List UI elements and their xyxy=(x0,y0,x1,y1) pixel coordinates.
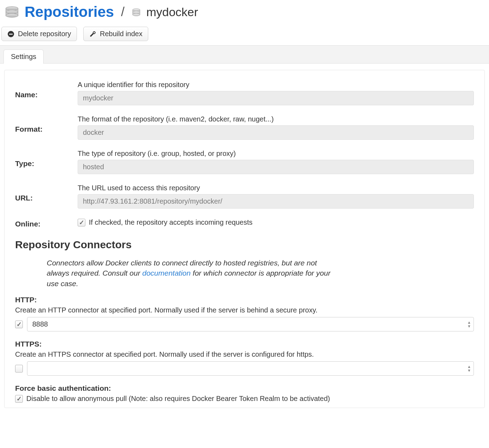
http-checkbox[interactable] xyxy=(15,321,23,328)
http-label: HTTP: xyxy=(15,296,474,304)
spinner-icon[interactable]: ▲▼ xyxy=(467,321,471,328)
field-help: The format of the repository (i.e. maven… xyxy=(78,115,474,123)
tabbar: Settings xyxy=(0,46,489,64)
field-help: The URL used to access this repository xyxy=(78,184,474,192)
format-input: docker xyxy=(78,125,474,140)
toolbar: Delete repository Rebuild index xyxy=(0,27,489,46)
force-basic-help: Disable to allow anonymous pull (Note: a… xyxy=(26,395,330,403)
minus-circle-icon xyxy=(7,31,14,38)
database-icon xyxy=(4,4,20,20)
field-help: The type of repository (i.e. group, host… xyxy=(78,150,474,158)
https-help: Create an HTTPS connector at specified p… xyxy=(15,350,474,358)
https-checkbox[interactable] xyxy=(15,365,23,373)
field-url: URL: The URL used to access this reposit… xyxy=(15,184,474,209)
section-title-connectors: Repository Connectors xyxy=(15,239,474,251)
field-label: Name: xyxy=(15,81,78,105)
breadcrumb: Repositories / mydocker xyxy=(0,0,489,27)
field-type: Type: The type of repository (i.e. group… xyxy=(15,150,474,174)
https-port-field[interactable] xyxy=(27,361,474,376)
field-online: Online: If checked, the repository accep… xyxy=(15,218,474,228)
http-port-field[interactable] xyxy=(27,317,474,331)
settings-panel: Name: A unique identifier for this repos… xyxy=(4,70,485,408)
delete-repository-button[interactable]: Delete repository xyxy=(1,27,77,41)
wrench-icon xyxy=(89,31,96,38)
field-format: Format: The format of the repository (i.… xyxy=(15,115,474,140)
breadcrumb-current: mydocker xyxy=(146,5,198,19)
force-basic-checkbox[interactable] xyxy=(15,395,23,403)
http-port-row: ▲▼ xyxy=(15,317,474,331)
rebuild-index-button[interactable]: Rebuild index xyxy=(83,27,148,41)
field-help: A unique identifier for this repository xyxy=(78,81,474,89)
field-label: URL: xyxy=(15,184,78,209)
spinner-icon[interactable]: ▲▼ xyxy=(467,365,471,373)
http-help: Create an HTTP connector at specified po… xyxy=(15,306,474,314)
https-port-input[interactable]: ▲▼ xyxy=(27,361,474,376)
button-label: Delete repository xyxy=(18,30,71,38)
name-input: mydocker xyxy=(78,91,474,105)
http-port-input[interactable]: ▲▼ xyxy=(27,317,474,331)
documentation-link[interactable]: documentation xyxy=(142,269,191,277)
page-title[interactable]: Repositories xyxy=(25,4,114,20)
https-label: HTTPS: xyxy=(15,340,474,348)
field-label: Type: xyxy=(15,150,78,174)
section-desc: Connectors allow Docker clients to conne… xyxy=(47,258,335,289)
field-help: If checked, the repository accepts incom… xyxy=(89,218,253,226)
https-port-row: ▲▼ xyxy=(15,361,474,376)
breadcrumb-separator: / xyxy=(121,5,124,19)
tab-settings[interactable]: Settings xyxy=(4,50,44,64)
type-input: hosted xyxy=(78,160,474,174)
field-name: Name: A unique identifier for this repos… xyxy=(15,81,474,105)
database-icon xyxy=(131,7,141,17)
online-checkbox[interactable] xyxy=(78,219,85,226)
button-label: Rebuild index xyxy=(100,30,142,38)
url-input: http://47.93.161.2:8081/repository/mydoc… xyxy=(78,194,474,209)
field-label: Online: xyxy=(15,218,78,228)
field-label: Format: xyxy=(15,115,78,140)
svg-rect-1 xyxy=(9,34,13,35)
force-basic-label: Force basic authentication: xyxy=(15,384,474,393)
